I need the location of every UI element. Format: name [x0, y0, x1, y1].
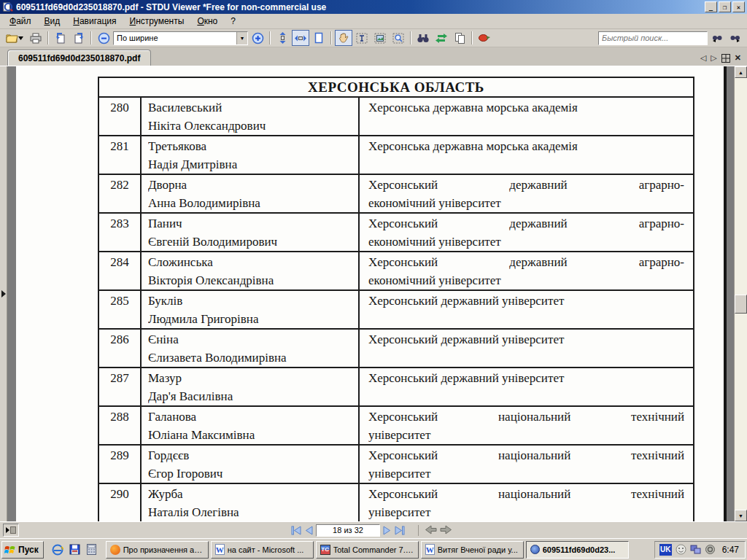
- toolbar: По ширине ▼: [0, 29, 747, 47]
- menu-item[interactable]: Инструменты: [123, 14, 191, 28]
- taskbar-task-button[interactable]: Про призначення ак...: [106, 541, 209, 559]
- title-bar: 609511fd69d0d235018870.pdf - STDU Viewer…: [0, 0, 747, 14]
- scrollbar-track[interactable]: [735, 78, 747, 510]
- fit-page-button[interactable]: [310, 30, 328, 46]
- internet-explorer-icon[interactable]: [52, 543, 64, 556]
- calculator-icon[interactable]: [85, 543, 98, 556]
- university-line1: Херсонський національний технічний: [368, 408, 684, 426]
- first-page-button[interactable]: [290, 525, 302, 536]
- given-name: Вікторія Олександрівна: [148, 271, 354, 289]
- language-indicator[interactable]: UK: [659, 544, 672, 556]
- tab-scroll-left-icon[interactable]: ◁: [700, 53, 706, 63]
- zoom-select-button[interactable]: [390, 30, 407, 46]
- text-select-button[interactable]: [353, 30, 371, 46]
- university-line1: Херсонський державний аграрно-: [368, 214, 684, 233]
- table-row: 280 ВасилевськийНікіта Олександрович Хер…: [99, 98, 693, 136]
- highlight-button[interactable]: [476, 30, 493, 46]
- page-viewport[interactable]: ХЕРСОНСЬКА ОБЛАСТЬ 280 ВасилевськийНікіт…: [7, 66, 734, 521]
- task-app-icon: [530, 545, 540, 554]
- row-number: 283: [99, 214, 142, 251]
- region-header: ХЕРСОНСЬКА ОБЛАСТЬ: [99, 78, 693, 98]
- sidebar-splitter[interactable]: [0, 66, 7, 521]
- table-row: 281 ТретьяковаНадія Дмитрівна Херсонська…: [99, 136, 693, 175]
- vertical-scrollbar[interactable]: ▲ ▼: [734, 66, 747, 521]
- next-page-button[interactable]: [382, 525, 392, 536]
- history-forward-button[interactable]: [440, 525, 452, 536]
- tab-close-icon[interactable]: ✕: [735, 53, 741, 63]
- menu-item[interactable]: Вид: [38, 14, 67, 28]
- combo-dropdown-arrow-icon[interactable]: ▼: [236, 32, 247, 44]
- printer-icon: [30, 33, 42, 44]
- volume-tray-icon[interactable]: [705, 544, 716, 555]
- menu-item[interactable]: Окно: [190, 14, 224, 28]
- network-tray-icon[interactable]: [690, 544, 701, 555]
- menu-item[interactable]: ?: [224, 14, 242, 28]
- window-title: 609511fd69d0d235018870.pdf - STDU Viewer…: [16, 2, 703, 12]
- page-indicator[interactable]: 18 из 32: [316, 524, 380, 537]
- zoom-in-button[interactable]: [249, 30, 266, 46]
- given-name: Людмила Григорівна: [148, 310, 354, 328]
- search-button[interactable]: [414, 30, 432, 46]
- print-button[interactable]: [27, 30, 44, 46]
- copy-button[interactable]: [451, 30, 468, 46]
- scrollbar-thumb[interactable]: [735, 295, 747, 314]
- row-number: 281: [99, 136, 142, 174]
- menu-item[interactable]: Файл: [3, 14, 38, 28]
- scroll-down-button[interactable]: ▼: [735, 510, 747, 521]
- university-name: Херсонська державна морська академія: [360, 136, 693, 174]
- expand-sidebar-icon[interactable]: [1, 290, 6, 298]
- table-row: 287 МазурДар'я Василівна Херсонський дер…: [99, 368, 693, 407]
- hand-tool-button[interactable]: [335, 30, 352, 46]
- history-back-button[interactable]: [425, 525, 437, 536]
- zoom-level-combo[interactable]: По ширине ▼: [113, 31, 248, 45]
- messenger-tray-icon[interactable]: [676, 544, 686, 555]
- find-next-icon: [729, 33, 741, 43]
- open-file-button[interactable]: [3, 30, 26, 46]
- restore-button[interactable]: ❐: [719, 1, 731, 12]
- start-button[interactable]: Пуск: [1, 541, 44, 559]
- fit-width-button[interactable]: [292, 30, 309, 46]
- taskbar-task-button[interactable]: W Витяг Вченої ради у...: [421, 541, 524, 559]
- toolbar-separator: [269, 31, 271, 44]
- taskbar-task-button[interactable]: 609511fd69d0d23...: [526, 541, 629, 559]
- taskbar-task-button[interactable]: W на сайт - Microsoft ...: [211, 541, 314, 559]
- zoom-out-button[interactable]: [95, 30, 112, 46]
- quick-search-input[interactable]: [598, 31, 708, 45]
- university-line2: університет: [368, 426, 684, 444]
- rotate-right-button[interactable]: [70, 30, 88, 46]
- find-previous-button[interactable]: [708, 30, 726, 46]
- student-name: БуклівЛюдмила Григорівна: [142, 291, 360, 328]
- tab-scroll-right-icon[interactable]: ▷: [711, 53, 716, 63]
- student-name: СложинськаВікторія Олександрівна: [142, 252, 360, 289]
- find-next-button[interactable]: [727, 30, 744, 46]
- university-line1: Херсонський державний університет: [368, 369, 684, 387]
- rotate-left-icon: [55, 33, 66, 44]
- minimize-button[interactable]: _: [705, 1, 717, 12]
- tab-list-icon[interactable]: [721, 54, 730, 63]
- previous-page-button[interactable]: [304, 525, 314, 536]
- save-icon[interactable]: [69, 543, 81, 556]
- university-line1: Херсонський державний аграрно-: [368, 253, 684, 271]
- close-button[interactable]: ✕: [732, 1, 745, 12]
- zoom-in-icon: [252, 32, 264, 44]
- clock[interactable]: 6:47: [719, 545, 739, 555]
- table-row: 284 СложинськаВікторія Олександрівна Хер…: [99, 252, 693, 291]
- scroll-up-button[interactable]: ▲: [735, 66, 747, 78]
- navigate-pages-button[interactable]: [433, 30, 450, 46]
- dropdown-arrow-icon: [18, 36, 23, 40]
- last-page-button[interactable]: [394, 525, 406, 536]
- rotate-left-button[interactable]: [52, 30, 69, 46]
- student-name: ТретьяковаНадія Дмитрівна: [142, 136, 360, 174]
- document-tab[interactable]: 609511fd69d0d235018870.pdf: [7, 50, 151, 66]
- table-body: 280 ВасилевськийНікіта Олександрович Хер…: [99, 98, 693, 521]
- fit-height-button[interactable]: [274, 30, 291, 46]
- university-name: Херсонський національний технічнийунівер…: [360, 407, 693, 444]
- tab-bar: 609511fd69d0d235018870.pdf ◁ ▷ ✕: [0, 47, 747, 66]
- folder-open-icon: [6, 33, 18, 43]
- menu-item[interactable]: Навигация: [66, 14, 123, 28]
- student-name: ВасилевськийНікіта Олександрович: [142, 98, 360, 135]
- green-arrows-icon: [436, 34, 447, 43]
- show-panel-button[interactable]: [3, 524, 19, 537]
- taskbar-task-button[interactable]: TC Total Commander 7.0...: [316, 541, 419, 559]
- image-select-button[interactable]: [371, 30, 389, 46]
